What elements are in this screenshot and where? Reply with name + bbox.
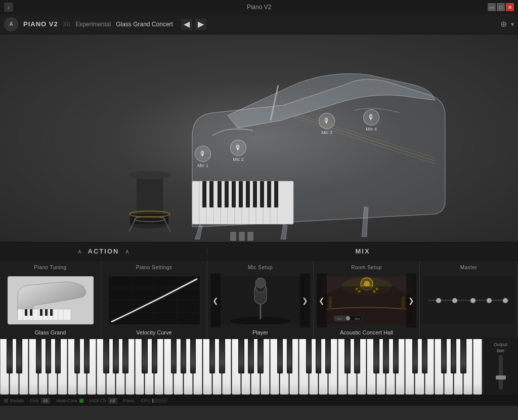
black-key[interactable] [325,339,331,373]
nav-chevron-icon[interactable]: ▾ [511,21,514,28]
output-fader-track[interactable] [499,355,503,390]
piano-tuning-content[interactable] [3,273,98,327]
black-key[interactable] [113,339,118,373]
mic1-indicator[interactable]: 🎙 Mic 1 [195,146,211,168]
velocity-curve-canvas [109,276,200,324]
svg-point-72 [255,278,266,288]
minimize-button[interactable]: — [488,3,496,11]
mic4-indicator[interactable]: 🎙 Mic 4 [363,109,379,132]
black-key[interactable] [190,339,196,373]
black-key[interactable] [84,339,90,373]
cpu-meter-fill [152,399,153,403]
action-label: ACTION [88,247,119,255]
master-label: . [468,329,469,335]
black-key[interactable] [287,339,292,373]
svg-rect-85 [329,297,332,309]
mic-setup-title: Mic Setup [248,265,273,270]
svg-rect-52 [25,309,27,316]
piano-tuning-title: Piano Tuning [34,265,66,270]
black-key[interactable] [142,339,147,373]
room-setup-card: Room Setup ❮ [314,261,420,339]
black-key[interactable] [103,339,109,373]
black-key[interactable] [219,339,225,373]
mic3-bubble: 🎙 [319,113,335,129]
svg-text:♪: ♪ [8,5,10,10]
black-key[interactable] [460,339,466,373]
black-key[interactable] [344,339,350,373]
svg-rect-29 [239,181,243,207]
master-content [423,273,514,327]
black-key[interactable] [7,339,12,373]
white-key[interactable] [473,339,482,395]
nav-right: ⊕ ▾ [500,19,514,29]
black-key[interactable] [248,339,253,373]
black-key[interactable] [422,339,427,373]
black-key[interactable] [277,339,283,373]
black-key[interactable] [181,339,186,373]
black-key[interactable] [16,339,22,373]
master-slider-track[interactable] [428,300,509,301]
mic3-indicator[interactable]: 🎙 Mic 3 [319,113,335,135]
black-key[interactable] [354,339,360,373]
black-key[interactable] [46,339,51,373]
nav-logo[interactable]: A [4,17,18,31]
black-key[interactable] [36,339,41,373]
preset-nav: ◀ ▶ [181,19,206,30]
prev-preset-button[interactable]: ◀ [181,19,192,30]
piano-display: 🎙 Mic 1 🎙 Mic 2 🎙 Mic 3 🎙 Mic 4 [0,34,518,242]
black-key[interactable] [316,339,321,373]
next-preset-button[interactable]: ▶ [195,19,206,30]
piano-tuning-svg [8,276,94,324]
black-key[interactable] [393,339,399,373]
output-section: Output 0on [483,339,518,395]
room-setup-prev-button[interactable]: ❮ [317,273,327,327]
black-key[interactable] [373,339,379,373]
svg-rect-26 [218,181,222,207]
mic2-indicator[interactable]: 🎙 Mic 2 [230,140,246,162]
globe-icon[interactable]: ⊕ [500,19,507,29]
black-key[interactable] [441,339,447,373]
status-bar: Pedals Poly 48 Multi-Core MIDI Ch All Pa… [0,395,518,406]
black-key[interactable] [74,339,80,373]
midi-channel-value: All [108,398,117,404]
mic-setup-next-button[interactable]: ❯ [300,273,310,327]
output-fader-thumb[interactable] [496,375,506,380]
black-key[interactable] [122,339,128,373]
mic-setup-prev-button[interactable]: ❮ [210,273,221,327]
svg-text:Dry: Dry [337,317,342,320]
black-key[interactable] [451,339,456,373]
close-button[interactable]: ✕ [506,3,514,11]
nav-separator: III\ [63,20,70,28]
master-dot-3 [470,298,476,303]
piano-settings-content[interactable] [104,273,204,327]
svg-rect-30 [246,181,250,207]
svg-rect-25 [209,181,213,207]
svg-rect-34 [274,181,278,207]
cards-row: Piano Tuning [0,261,518,339]
svg-rect-56 [50,309,53,316]
pedals-led [4,399,8,403]
action-section-header: ∧ ACTION ∧ [0,247,207,255]
keyboard-area[interactable] [0,339,483,395]
pedals-label: Pedals [10,398,24,403]
room-setup-next-button[interactable]: ❯ [406,273,416,327]
master-dot-5 [503,298,508,303]
black-key[interactable] [257,339,263,373]
black-key[interactable] [55,339,61,373]
svg-rect-32 [260,181,264,207]
black-key[interactable] [412,339,418,373]
black-key[interactable] [383,339,388,373]
black-key[interactable] [238,339,244,373]
action-collapse-button[interactable]: ∧ [77,248,82,255]
black-key[interactable] [209,339,215,373]
panic-status[interactable]: Panic [123,398,135,403]
output-label: Output [494,342,507,347]
black-key[interactable] [306,339,312,373]
maximize-button[interactable]: □ [497,3,505,11]
master-slider-area[interactable] [423,276,514,324]
svg-rect-33 [267,181,271,207]
action-collapse-right-button[interactable]: ∧ [125,248,130,255]
black-key[interactable] [171,339,177,373]
svg-rect-4 [137,176,163,214]
black-key[interactable] [152,339,157,373]
